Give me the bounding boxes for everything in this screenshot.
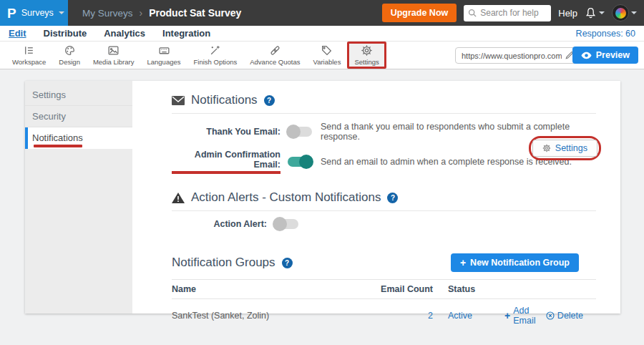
sidebar-item-security[interactable]: Security (25, 106, 132, 127)
toolbar-item-variables[interactable]: Variables (307, 43, 348, 67)
toolbar-item-settings[interactable]: Settings (347, 42, 386, 69)
toolbar-item-workspace[interactable]: Workspace (6, 43, 52, 67)
variables-icon (321, 44, 333, 57)
survey-nav: Edit Distribute Analytics Integration Re… (0, 26, 644, 42)
chevron-down-icon (599, 11, 605, 14)
gear-icon (542, 144, 551, 152)
notification-groups-header: Notification Groups ? + New Notification… (172, 253, 596, 272)
add-email-link[interactable]: + Add Email (504, 306, 537, 326)
sidebar-item-notifications[interactable]: Notifications (25, 127, 132, 149)
survey-url-field[interactable]: https://www.questionpro.com/t/. (455, 47, 578, 64)
languages-icon (158, 44, 170, 57)
notifications-content: Notifications ? Thank You Email: Send a … (132, 81, 620, 314)
section-title-notifications: Notifications (191, 93, 258, 107)
tab-distribute[interactable]: Distribute (44, 28, 87, 39)
plus-icon: + (504, 311, 510, 321)
responses-count[interactable]: Responses: 60 (576, 29, 635, 39)
help-question-icon[interactable]: ? (282, 258, 293, 268)
action-alerts-section: Action Alert: (172, 211, 596, 232)
envelope-icon (172, 96, 185, 105)
finish-options-icon (209, 44, 221, 57)
thank-you-email-label: Thank You Email: (172, 127, 280, 137)
tab-analytics[interactable]: Analytics (104, 28, 145, 39)
delete-circle-x-icon (546, 311, 555, 320)
column-header-status: Status (433, 284, 504, 294)
toolbar-item-media-library[interactable]: Media Library (87, 43, 141, 67)
surveys-menu[interactable]: P Surveys (0, 0, 68, 26)
help-question-icon[interactable]: ? (264, 95, 275, 106)
account-menu[interactable] (612, 4, 637, 21)
new-notification-group-button[interactable]: + New Notification Group (451, 253, 579, 272)
toolbar-item-languages[interactable]: Languages (140, 43, 187, 67)
search-icon (468, 9, 477, 17)
settings-gear-icon (361, 44, 373, 57)
media-library-icon (107, 44, 119, 57)
admin-confirmation-email-label: Admin Confirmation Email: (172, 150, 280, 174)
group-name: SankTest (Sanket, Zolin) (172, 311, 376, 321)
breadcrumb-separator-icon: › (140, 7, 143, 19)
settings-sidebar: Settings Security Notifications (25, 81, 132, 314)
design-icon (64, 44, 76, 57)
bell-icon (585, 7, 597, 19)
settings-card: Settings Security Notifications Notifica… (25, 81, 620, 314)
group-status-link[interactable]: Active (448, 311, 472, 321)
thank-you-email-toggle[interactable] (288, 127, 312, 137)
tab-edit[interactable]: Edit (9, 28, 26, 39)
notifications-section: Thank You Email: Send a thank you email … (172, 114, 596, 174)
plus-icon: + (460, 258, 466, 268)
action-alerts-section-header: Action Alerts - Custom Notifications ? (172, 190, 596, 205)
surveys-menu-label: Surveys (21, 8, 54, 18)
avatar (612, 4, 629, 21)
column-header-actions (504, 284, 596, 294)
notifications-section-header: Notifications ? (172, 93, 596, 107)
table-header-row: Name Email Count Status (172, 279, 596, 299)
warning-triangle-icon (172, 193, 185, 203)
section-title-action-alerts: Action Alerts - Custom Notifications (191, 190, 381, 205)
upgrade-now-button[interactable]: Upgrade Now (382, 4, 457, 22)
section-title-notification-groups: Notification Groups (172, 256, 275, 270)
action-alert-row: Action Alert: (172, 216, 596, 232)
preview-button[interactable]: Preview (572, 47, 638, 64)
delete-group-link[interactable]: Delete (546, 306, 583, 326)
column-header-name: Name (172, 284, 376, 294)
search-input[interactable] (480, 8, 547, 18)
group-email-count-link[interactable]: 2 (376, 311, 433, 321)
annotation-underline-notifications (34, 145, 82, 147)
annotation-box-settings-button: Settings (529, 136, 601, 160)
toolbar-item-finish-options[interactable]: Finish Options (187, 43, 244, 67)
breadcrumb-survey-title: Product Sat Survey (149, 7, 241, 19)
notifications-bell-menu[interactable] (585, 7, 605, 19)
help-search[interactable] (464, 5, 551, 21)
table-row: SankTest (Sanket, Zolin) 2 Active + Add … (172, 299, 596, 332)
breadcrumb-my-surveys[interactable]: My Surveys (82, 8, 133, 19)
column-header-email-count: Email Count (376, 284, 433, 294)
edit-toolbar: Workspace Design Media Library Languages… (0, 42, 644, 69)
sidebar-item-settings[interactable]: Settings (25, 84, 132, 106)
breadcrumb: My Surveys › Product Sat Survey Upgrade … (68, 0, 644, 26)
survey-url-value: https://www.questionpro.com/t/. (462, 52, 562, 60)
advance-quotas-icon (269, 44, 281, 57)
help-question-icon[interactable]: ? (387, 193, 398, 203)
action-alert-label: Action Alert: (172, 219, 267, 229)
notification-groups-table: Name Email Count Status SankTest (Sanket… (172, 279, 596, 332)
workspace-icon (23, 44, 35, 57)
questionpro-logo-icon: P (7, 6, 16, 20)
help-link[interactable]: Help (558, 8, 577, 19)
admin-email-settings-button[interactable]: Settings (532, 140, 597, 157)
chevron-down-icon (631, 11, 637, 14)
eye-icon (581, 52, 592, 59)
page-background: Settings Security Notifications Notifica… (0, 70, 644, 345)
toolbar-item-design[interactable]: Design (52, 43, 87, 67)
admin-confirmation-email-toggle[interactable] (288, 157, 312, 167)
toolbar-item-advance-quotas[interactable]: Advance Quotas (243, 43, 306, 67)
tab-integration[interactable]: Integration (162, 28, 210, 39)
action-alert-toggle[interactable] (274, 219, 298, 229)
chevron-down-icon (59, 11, 64, 14)
top-bar: P Surveys My Surveys › Product Sat Surve… (0, 0, 644, 26)
